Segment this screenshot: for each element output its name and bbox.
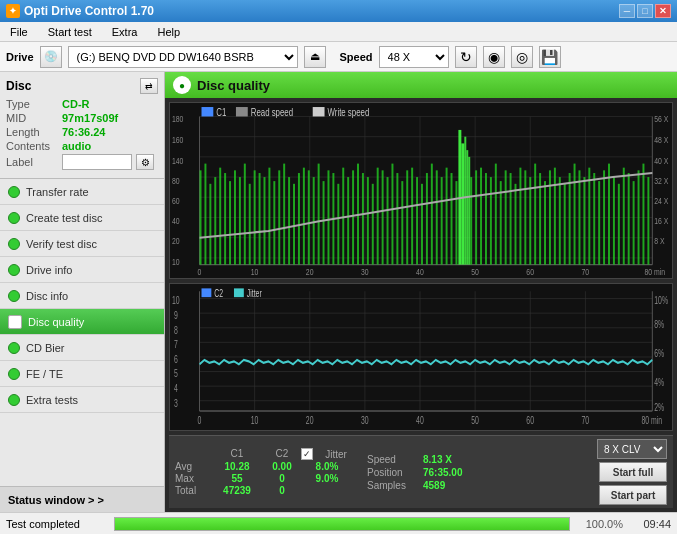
svg-text:30: 30 [361,267,369,277]
svg-rect-78 [475,170,477,264]
verify-test-disc-icon [8,238,20,250]
eject-button[interactable]: ⏏ [304,46,326,68]
svg-rect-103 [598,181,600,265]
stats-avg-row: Avg 10.28 0.00 8.0% [175,461,357,472]
svg-rect-67 [436,170,438,264]
svg-text:80 min: 80 min [644,267,665,277]
svg-text:8 X: 8 X [654,236,665,246]
speed-select[interactable]: 48 X 40 X 32 X [379,46,449,68]
disc-quality-icon [8,315,22,329]
svg-text:9: 9 [174,310,178,322]
sidebar-item-transfer-rate[interactable]: Transfer rate [0,179,164,205]
sidebar-item-verify-test-disc[interactable]: Verify test disc [0,231,164,257]
sidebar-item-disc-info[interactable]: Disc info [0,283,164,309]
sidebar-item-fe-te[interactable]: FE / TE [0,361,164,387]
drive-icon-button[interactable]: 💿 [40,46,62,68]
sidebar-item-create-test-disc[interactable]: Create test disc [0,205,164,231]
drive-select[interactable]: (G:) BENQ DVD DD DW1640 BSRB [68,46,298,68]
close-button[interactable]: ✕ [655,4,671,18]
start-part-button[interactable]: Start part [599,485,667,505]
stats-max-row: Max 55 0 9.0% [175,473,357,484]
chart-c1-svg: C1 Read speed Write speed 180 160 140 80… [170,103,672,278]
svg-rect-163 [201,288,211,297]
cd-bier-icon [8,342,20,354]
disc-panel-header: Disc ⇄ [6,78,158,94]
disc-type-label: Type [6,98,58,110]
svg-text:20: 20 [306,415,314,427]
stats-avg-jitter: 8.0% [301,461,353,472]
status-bar: Test completed 100.0% 09:44 [0,512,677,534]
svg-rect-75 [466,150,468,264]
svg-rect-85 [510,173,512,265]
start-full-button[interactable]: Start full [599,462,667,482]
save-button[interactable]: 💾 [539,46,561,68]
svg-rect-77 [470,177,472,265]
sidebar-item-cd-bier[interactable]: CD Bier [0,335,164,361]
svg-rect-84 [505,170,507,264]
disc-contents-value: audio [62,140,91,152]
sidebar-item-disc-quality[interactable]: Disc quality [0,309,164,335]
svg-rect-82 [495,164,497,265]
sidebar-item-extra-tests[interactable]: Extra tests [0,387,164,413]
svg-rect-21 [209,184,211,265]
svg-rect-37 [288,177,290,265]
svg-rect-45 [327,170,329,264]
settings-button-2[interactable]: ◎ [511,46,533,68]
svg-rect-97 [569,173,571,265]
create-test-disc-label: Create test disc [26,212,102,224]
svg-rect-111 [638,170,640,264]
svg-text:7: 7 [174,339,178,351]
svg-text:2%: 2% [654,402,664,414]
svg-rect-89 [529,177,531,265]
svg-rect-94 [554,168,556,265]
drive-bar: Drive 💿 (G:) BENQ DVD DD DW1640 BSRB ⏏ S… [0,42,677,72]
maximize-button[interactable]: □ [637,4,653,18]
svg-rect-108 [623,168,625,265]
jitter-checkbox[interactable]: ✓ [301,448,313,460]
svg-text:56 X: 56 X [654,114,669,124]
svg-rect-104 [603,170,605,264]
speed-label: Speed [340,51,373,63]
svg-rect-93 [549,170,551,264]
svg-text:8%: 8% [654,318,664,330]
menu-start-test[interactable]: Start test [42,24,98,40]
svg-text:3: 3 [174,397,178,409]
test-speed-dropdown[interactable]: 8 X CLV 4 X CLV 16 X CLV [597,439,667,459]
svg-text:6%: 6% [654,348,664,360]
stats-col-jitter-header: Jitter [315,449,357,460]
svg-text:4%: 4% [654,377,664,389]
samples-label: Samples [367,480,419,491]
create-test-disc-icon [8,212,20,224]
svg-text:10: 10 [172,257,180,267]
svg-rect-58 [391,164,393,265]
svg-rect-59 [396,173,398,265]
stats-header-row: C1 C2 ✓ Jitter [175,448,357,460]
main-layout: Disc ⇄ Type CD-R MID 97m17s09f Length 76… [0,72,677,512]
menu-extra[interactable]: Extra [106,24,144,40]
speed-row: Speed 8.13 X [367,454,462,465]
speed-position-samples: Speed 8.13 X Position 76:35.00 Samples 4… [367,454,462,491]
menu-file[interactable]: File [4,24,34,40]
status-time: 09:44 [631,518,671,530]
menu-help[interactable]: Help [151,24,186,40]
disc-swap-button[interactable]: ⇄ [140,78,158,94]
svg-rect-30 [254,170,256,264]
svg-rect-106 [613,177,615,265]
label-settings-button[interactable]: ⚙ [136,154,154,170]
nav-items: Transfer rate Create test disc Verify te… [0,179,164,486]
disc-label-input[interactable] [62,154,132,170]
svg-rect-98 [574,164,576,265]
svg-rect-47 [337,184,339,265]
refresh-button[interactable]: ↻ [455,46,477,68]
minimize-button[interactable]: ─ [619,4,635,18]
disc-label-row: Label ⚙ [6,154,158,170]
svg-rect-88 [524,170,526,264]
extra-tests-label: Extra tests [26,394,78,406]
settings-button-1[interactable]: ◉ [483,46,505,68]
svg-rect-50 [352,170,354,264]
svg-rect-87 [519,168,521,265]
status-window-button[interactable]: Status window > > [0,486,164,512]
sidebar-item-drive-info[interactable]: Drive info [0,257,164,283]
stats-total-row: Total 47239 0 [175,485,357,496]
disc-contents-row: Contents audio [6,140,158,152]
